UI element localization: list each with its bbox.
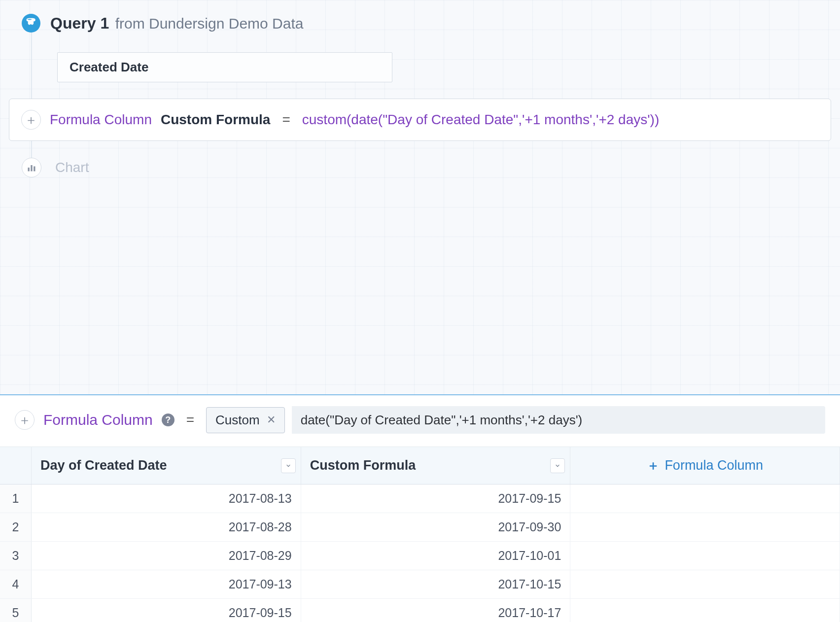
cell-custom-formula: 2017-10-01 bbox=[301, 542, 571, 570]
equals-sign: = bbox=[279, 112, 293, 128]
row-number-cell: 2 bbox=[0, 513, 32, 541]
cell-empty bbox=[570, 542, 840, 570]
chart-step[interactable]: Chart bbox=[22, 158, 89, 177]
table-row[interactable]: 32017-08-292017-10-01 bbox=[0, 542, 840, 570]
column-header-custom-formula[interactable]: Custom Formula bbox=[301, 447, 571, 484]
add-formula-column-header[interactable]: ＋ Formula Column bbox=[570, 447, 840, 484]
selected-column-chip[interactable]: Created Date bbox=[57, 52, 392, 82]
cell-created-date: 2017-09-13 bbox=[32, 570, 301, 598]
formula-type-chip[interactable]: Custom ✕ bbox=[206, 407, 285, 433]
help-icon[interactable]: ? bbox=[162, 414, 175, 426]
chip-label: Custom bbox=[215, 413, 260, 428]
formula-column-step[interactable]: ＋ Formula Column Custom Formula = custom… bbox=[9, 99, 831, 141]
query-header: Query 1 from Dundersign Demo Data bbox=[22, 14, 303, 33]
formula-expression: custom(date("Day of Created Date",'+1 mo… bbox=[302, 112, 659, 128]
svg-rect-2 bbox=[34, 167, 35, 172]
table-row[interactable]: 22017-08-282017-09-30 bbox=[0, 513, 840, 542]
cell-empty bbox=[570, 484, 840, 513]
table-row[interactable]: 12017-08-132017-09-15 bbox=[0, 484, 840, 513]
svg-rect-0 bbox=[28, 168, 30, 172]
cell-created-date: 2017-09-15 bbox=[32, 599, 301, 622]
table-header: Day of Created Date Custom Formula ＋ For… bbox=[0, 447, 840, 484]
table-row[interactable]: 42017-09-132017-10-15 bbox=[0, 570, 840, 599]
row-number-cell: 1 bbox=[0, 484, 32, 513]
chart-step-label: Chart bbox=[55, 160, 89, 175]
cell-empty bbox=[570, 599, 840, 622]
expression-input[interactable] bbox=[301, 413, 816, 428]
formula-editor-label: Formula Column bbox=[43, 412, 153, 428]
results-table: Day of Created Date Custom Formula ＋ For… bbox=[0, 447, 840, 622]
results-panel: ＋ Formula Column ? = Custom ✕ Day of Cre… bbox=[0, 394, 840, 622]
add-formula-button[interactable]: ＋ bbox=[15, 410, 35, 430]
cell-created-date: 2017-08-28 bbox=[32, 513, 301, 541]
expression-input-wrap[interactable] bbox=[292, 406, 825, 434]
query-from-label: from Dundersign Demo Data bbox=[115, 15, 304, 32]
cell-empty bbox=[570, 570, 840, 598]
cell-created-date: 2017-08-29 bbox=[32, 542, 301, 570]
plus-icon: ＋ bbox=[647, 457, 660, 474]
bar-chart-icon[interactable] bbox=[22, 158, 41, 177]
query-title[interactable]: Query 1 bbox=[50, 14, 109, 32]
cell-custom-formula: 2017-09-15 bbox=[301, 484, 571, 513]
postgres-icon bbox=[22, 14, 40, 33]
cell-custom-formula: 2017-10-17 bbox=[301, 599, 571, 622]
cell-empty bbox=[570, 513, 840, 541]
cell-custom-formula: 2017-09-30 bbox=[301, 513, 571, 541]
row-number-cell: 3 bbox=[0, 542, 32, 570]
svg-rect-1 bbox=[31, 165, 32, 172]
row-number-cell: 5 bbox=[0, 599, 32, 622]
equals-sign: = bbox=[186, 412, 194, 428]
formula-name: Custom Formula bbox=[161, 112, 270, 128]
cell-custom-formula: 2017-10-15 bbox=[301, 570, 571, 598]
row-number-cell: 4 bbox=[0, 570, 32, 598]
chevron-down-icon[interactable] bbox=[550, 458, 565, 473]
table-row[interactable]: 52017-09-152017-10-17 bbox=[0, 599, 840, 622]
add-step-button[interactable]: ＋ bbox=[21, 110, 41, 130]
cell-created-date: 2017-08-13 bbox=[32, 484, 301, 513]
chevron-down-icon[interactable] bbox=[281, 458, 296, 473]
close-icon[interactable]: ✕ bbox=[267, 414, 276, 426]
row-number-header bbox=[0, 447, 32, 484]
formula-editor: ＋ Formula Column ? = Custom ✕ bbox=[0, 395, 840, 447]
column-header-created-date[interactable]: Day of Created Date bbox=[32, 447, 301, 484]
formula-step-label: Formula Column bbox=[50, 112, 152, 128]
